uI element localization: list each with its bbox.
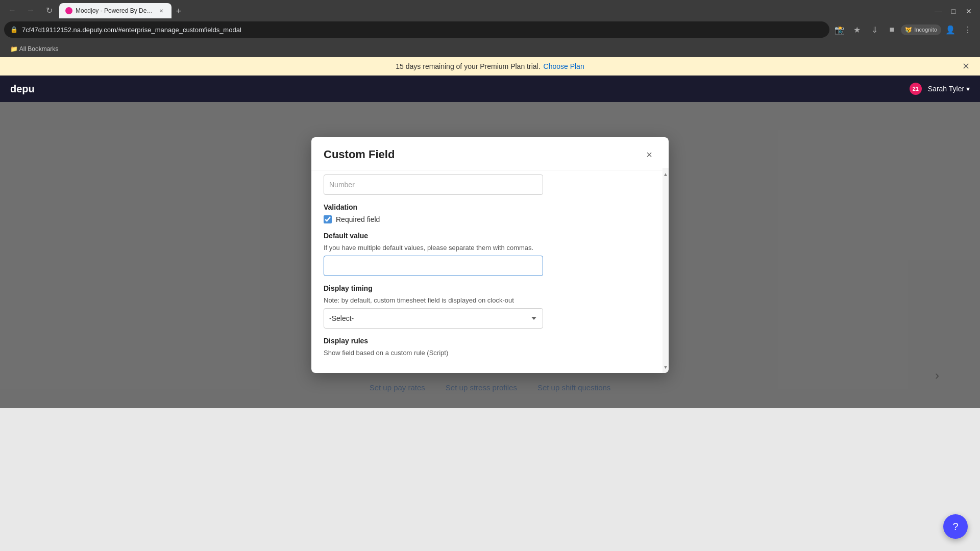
display-timing-section: Display timing Note: by default, custom … [324,284,656,329]
required-field-row: Required field [324,215,656,223]
modal-body: Number Validation Required field Default [311,170,669,373]
tab-close-button[interactable]: ✕ [158,7,165,15]
validation-label: Validation [324,203,656,211]
extension-icon[interactable]: ■ [884,21,900,38]
bookmark-item[interactable]: 📁 All Bookmarks [6,43,62,55]
display-rules-section: Display rules Show field based on a cust… [324,337,656,357]
profile-icon[interactable]: 👤 [942,21,959,38]
notification-badge[interactable]: 21 [910,83,922,95]
incognito-label: Incognito [914,27,937,33]
back-button[interactable]: ← [4,2,20,18]
new-tab-button[interactable]: + [172,4,186,18]
maximize-button[interactable]: □ [946,4,961,18]
tab-favicon [65,7,72,14]
window-close-button[interactable]: ✕ [962,4,976,18]
default-value-label: Default value [324,232,656,240]
app-logo: depu [10,83,35,95]
default-value-input[interactable] [324,256,543,276]
download-icon[interactable]: ⇓ [866,21,883,38]
custom-field-modal: Custom Field × ▲ ▼ Number [311,137,669,373]
menu-icon[interactable]: ⋮ [960,21,976,38]
incognito-icon: 😿 [905,27,912,33]
default-value-description: If you have multiple default values, ple… [324,244,656,252]
refresh-button[interactable]: ↻ [41,2,57,18]
display-timing-select[interactable]: -Select- Clock-in Clock-out Both [324,308,543,329]
bookmark-star-icon[interactable]: ★ [849,21,865,38]
display-timing-label: Display timing [324,284,656,292]
number-placeholder: Number [329,181,355,189]
ssl-lock-icon: 🔒 [10,26,18,33]
display-rules-description: Show field based on a custom rule (Scrip… [324,349,656,357]
banner-close-button[interactable]: ✕ [960,60,972,72]
minimize-button[interactable]: — [931,4,945,18]
help-button[interactable]: ? [943,514,968,539]
banner-text: 15 days remaining of your Premium Plan t… [396,62,540,70]
required-field-checkbox[interactable] [324,215,332,223]
forward-button[interactable]: → [22,2,39,18]
screen-cast-icon: 📸 [831,21,848,38]
number-field-preview: Number [324,174,543,195]
bookmarks-folder-icon: 📁 [10,45,18,53]
tab-title: Moodjoy - Powered By Deputy. [76,7,155,14]
required-field-label: Required field [336,215,380,223]
bookmarks-label: All Bookmarks [19,45,59,53]
scroll-down-button[interactable]: ▼ [663,361,669,373]
choose-plan-link[interactable]: Choose Plan [544,62,584,70]
display-timing-note: Note: by default, custom timesheet field… [324,296,656,304]
display-rules-label: Display rules [324,337,656,345]
modal-title: Custom Field [324,148,395,161]
trial-banner: 15 days remaining of your Premium Plan t… [0,57,980,76]
address-bar[interactable]: 🔒 7cf47d19112152.na.deputy.com/#enterpri… [4,21,829,38]
modal-close-button[interactable]: × [642,147,656,162]
url-text: 7cf47d19112152.na.deputy.com/#enterprise… [22,26,241,34]
validation-section: Validation Required field [324,203,656,223]
default-value-section: Default value If you have multiple defau… [324,232,656,276]
browser-tab[interactable]: Moodjoy - Powered By Deputy. ✕ [59,3,172,18]
scroll-up-button[interactable]: ▲ [663,168,669,180]
field-type-section: Number [324,174,656,195]
help-icon: ? [952,521,958,533]
user-name[interactable]: Sarah Tyler ▾ [928,85,970,93]
incognito-badge: 😿 Incognito [901,24,941,35]
